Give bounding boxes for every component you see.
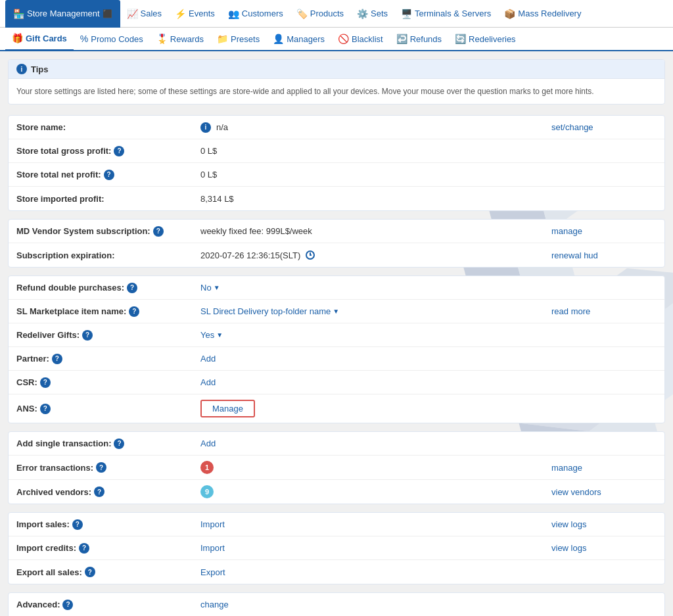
error-badge: 1 <box>200 461 214 474</box>
add-transaction-link[interactable]: Add <box>200 438 216 448</box>
action-expiration[interactable]: renewal hud <box>551 250 657 260</box>
row-import-credits: Import credits: ? Import view logs <box>9 536 664 560</box>
partner-help-icon[interactable]: ? <box>52 354 62 364</box>
nav-products[interactable]: 🏷️ Products <box>290 0 350 28</box>
nav-store-management[interactable]: 🏪 Store Management ⬛ <box>5 0 120 28</box>
value-error-transactions: 1 <box>200 461 551 474</box>
nav-terminals[interactable]: 🖥️ Terminals & Servers <box>394 0 498 28</box>
error-transactions-help-icon[interactable]: ? <box>96 462 106 473</box>
advanced-help-icon[interactable]: ? <box>62 600 73 610</box>
read-more-link[interactable]: read more <box>551 306 590 316</box>
renewal-hud-link[interactable]: renewal hud <box>551 250 598 260</box>
action-sl-marketplace[interactable]: read more <box>551 306 657 316</box>
partner-add-link[interactable]: Add <box>200 354 216 364</box>
value-redeliver-gifts[interactable]: Yes ▼ <box>200 330 551 340</box>
nav-events[interactable]: ⚡ Events <box>168 0 221 28</box>
redelivery-icon: 📦 <box>504 9 515 19</box>
section-settings: Refund double purchases: ? No ▼ SL Marke… <box>8 275 665 423</box>
label-gross-profit: Store total gross profit: ? <box>16 146 200 156</box>
action-archived-vendors[interactable]: view vendors <box>551 487 657 497</box>
view-logs-sales-link[interactable]: view logs <box>551 519 586 529</box>
nav-presets[interactable]: 📁 Presets <box>210 27 266 51</box>
import-sales-help-icon[interactable]: ? <box>72 519 83 530</box>
nav-customers[interactable]: 👥 Customers <box>221 0 290 28</box>
value-net-profit: 0 L$ <box>200 170 551 179</box>
label-import-sales: Import sales: ? <box>16 519 200 530</box>
second-nav-bar: 🎁 Gift Cards % Promo Codes 🎖️ Rewards 📁 … <box>0 28 673 51</box>
label-csr: CSR: ? <box>16 377 200 388</box>
section-subscription: MD Vendor System subscription: ? weekly … <box>8 219 665 268</box>
nav-redeliveries[interactable]: 🔄 Redeliveries <box>448 27 522 51</box>
view-vendors-link[interactable]: view vendors <box>551 487 601 497</box>
value-add-transaction[interactable]: Add <box>200 438 551 448</box>
manage-subscription-link[interactable]: manage <box>551 226 582 236</box>
nav-refunds[interactable]: ↩️ Refunds <box>390 27 448 51</box>
nav-managers[interactable]: 👤 Managers <box>266 27 331 51</box>
value-export-sales[interactable]: Export <box>200 567 551 577</box>
subscription-help-icon[interactable]: ? <box>153 226 164 237</box>
action-error-transactions[interactable]: manage <box>551 463 657 473</box>
row-partner: Partner: ? Add <box>9 347 664 371</box>
value-import-credits[interactable]: Import <box>200 543 551 553</box>
nav-sets[interactable]: ⚙️ Sets <box>350 0 394 28</box>
gross-profit-help-icon[interactable]: ? <box>114 146 124 156</box>
tips-title: Tips <box>31 64 49 74</box>
nav-mass-redelivery[interactable]: 📦 Mass Redelivery <box>498 0 588 28</box>
value-expiration: 2020-07-26 12:36:15(SLT) <box>200 250 551 260</box>
advanced-change-link[interactable]: change <box>200 600 229 609</box>
row-error-transactions: Error transactions: ? 1 manage <box>9 456 664 480</box>
import-sales-link[interactable]: Import <box>200 519 225 529</box>
value-ans[interactable]: Manage <box>200 400 551 417</box>
value-sl-marketplace[interactable]: SL Direct Delivery top-folder name ▼ <box>200 306 551 316</box>
refund-double-help-icon[interactable]: ? <box>127 283 137 293</box>
nav-gift-cards[interactable]: 🎁 Gift Cards <box>5 27 74 51</box>
label-subscription: MD Vendor System subscription: ? <box>16 226 200 237</box>
label-imported-profit: Store imported profit: <box>16 194 200 204</box>
net-profit-help-icon[interactable]: ? <box>104 170 114 180</box>
customers-icon: 👥 <box>228 9 239 19</box>
nav-sales[interactable]: 📈 Sales <box>120 0 169 28</box>
tips-info-icon: i <box>16 64 27 74</box>
action-subscription[interactable]: manage <box>551 226 657 236</box>
value-partner[interactable]: Add <box>200 354 551 364</box>
import-credits-help-icon[interactable]: ? <box>79 543 89 554</box>
set-change-link[interactable]: set/change <box>551 122 593 132</box>
label-ans: ANS: ? <box>16 404 200 414</box>
label-import-credits: Import credits: ? <box>16 543 200 554</box>
value-advanced[interactable]: change <box>200 600 551 609</box>
tips-body: Your store settings are listed here; som… <box>9 79 664 104</box>
label-sl-marketplace: SL Marketplace item name: ? <box>16 306 200 317</box>
ans-manage-button[interactable]: Manage <box>200 400 255 417</box>
view-logs-credits-link[interactable]: view logs <box>551 543 586 553</box>
label-redeliver-gifts: Redeliver Gifts: ? <box>16 330 200 341</box>
export-sales-help-icon[interactable]: ? <box>85 567 95 577</box>
add-transaction-help-icon[interactable]: ? <box>114 438 124 449</box>
action-import-sales[interactable]: view logs <box>551 519 657 529</box>
nav-rewards[interactable]: 🎖️ Rewards <box>150 27 210 51</box>
sl-marketplace-help-icon[interactable]: ? <box>129 306 139 317</box>
manage-error-link[interactable]: manage <box>551 463 582 473</box>
nav-blacklist[interactable]: 🚫 Blacklist <box>331 27 390 51</box>
row-gross-profit: Store total gross profit: ? 0 L$ <box>9 139 664 163</box>
row-refund-double: Refund double purchases: ? No ▼ <box>9 276 664 300</box>
store-icon: 🏪 <box>13 9 24 19</box>
row-export-sales: Export all sales: ? Export <box>9 560 664 584</box>
action-import-credits[interactable]: view logs <box>551 543 657 553</box>
ans-help-icon[interactable]: ? <box>40 404 51 414</box>
export-sales-link[interactable]: Export <box>200 567 225 577</box>
redeliver-gifts-help-icon[interactable]: ? <box>82 330 93 341</box>
csr-help-icon[interactable]: ? <box>40 377 51 388</box>
value-refund-double[interactable]: No ▼ <box>200 283 551 293</box>
presets-icon: 📁 <box>217 34 228 44</box>
archived-vendors-help-icon[interactable]: ? <box>94 486 104 497</box>
top-nav-bar: 🏪 Store Management ⬛ 📈 Sales ⚡ Events 👥 … <box>0 0 673 28</box>
nav-promo-codes[interactable]: % Promo Codes <box>74 27 150 51</box>
label-advanced: Advanced: ? <box>16 600 200 610</box>
action-store-name[interactable]: set/change <box>551 122 657 132</box>
events-icon: ⚡ <box>175 9 186 19</box>
value-csr[interactable]: Add <box>200 377 551 387</box>
row-store-name: Store name: i n/a set/change <box>9 116 664 139</box>
value-import-sales[interactable]: Import <box>200 519 551 529</box>
csr-add-link[interactable]: Add <box>200 377 216 387</box>
import-credits-link[interactable]: Import <box>200 543 225 553</box>
